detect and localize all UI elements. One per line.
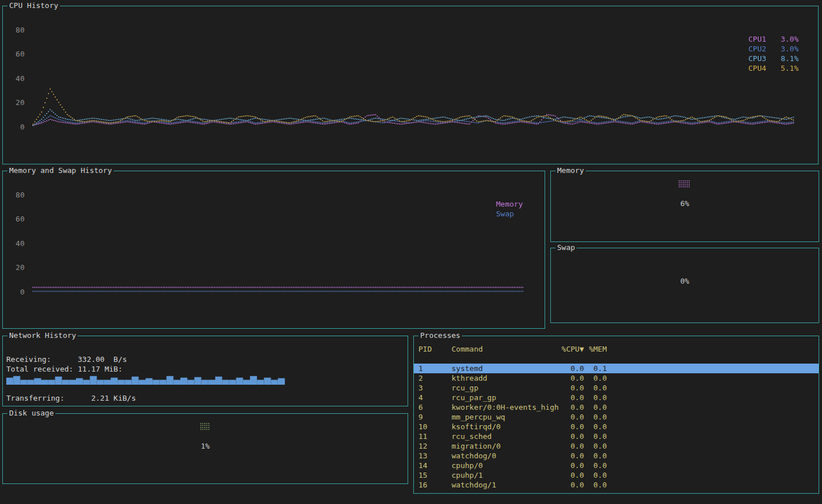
process-cell-pid: 11 [418,432,452,441]
process-table-header: PIDCommand%CPU▼%MEM [414,344,819,354]
processes-panel: Processes PIDCommand%CPU▼%MEM 1systemd0.… [413,336,819,494]
process-row[interactable]: 3rcu_gp0.00.0 [414,383,819,393]
process-cell-cmd: rcu_gp [452,383,559,393]
process-cell-cmd: rcu_par_gp [452,393,559,402]
process-row[interactable]: 10ksoftirqd/00.00.0 [414,422,819,432]
processes-title: Processes [418,331,462,340]
process-cell-cpu: 0.0 [559,393,584,402]
memory-swap-history-chart [33,193,523,294]
disk-usage-panel: Disk usage 1% [2,413,408,484]
process-row[interactable]: 12migration/00.00.0 [414,441,819,451]
process-cell-cmd: migration/0 [452,441,559,451]
process-cell-cpu: 0.0 [559,470,584,480]
process-cell-mem: 0.0 [584,393,607,402]
process-cell-mem: 0.0 [584,383,607,393]
process-row[interactable]: 15cpuhp/10.00.0 [414,470,819,480]
y-axis-tick: 40 [6,74,25,83]
process-cell-cmd: watchdog/0 [452,451,559,461]
process-cell-mem: 0.0 [584,461,607,470]
y-axis-tick: 60 [6,49,25,59]
process-cell-cmd: systemd [452,364,559,373]
process-row[interactable]: 9mm_percpu_wq0.00.0 [414,412,819,422]
process-cell-pid: 3 [418,383,452,393]
cpu-legend: CPU13.0%CPU23.0%CPU38.1%CPU45.1% [748,34,799,73]
memory-gauge-value: 6% [551,199,819,208]
process-row[interactable]: 16watchdog/10.00.0 [414,480,819,490]
memory-swap-history-panel: Memory and Swap History MemorySwap 80604… [2,171,545,329]
network-receive-chart [6,374,285,385]
process-cell-cmd: cpuhp/0 [452,461,559,470]
process-cell-cpu: 0.0 [559,422,584,432]
process-row[interactable]: 11rcu_sched0.00.0 [414,432,819,441]
y-axis-tick: 80 [6,25,25,35]
y-axis-tick: 60 [6,214,25,224]
cpu-legend-entry: CPU45.1% [748,63,799,73]
column-header-mem[interactable]: %MEM [584,344,607,354]
memory-swap-legend: MemorySwap [496,199,523,219]
process-cell-cpu: 0.0 [559,461,584,470]
process-cell-cpu: 0.0 [559,412,584,422]
memory-gauge-dots [679,180,691,188]
process-table-body: 1systemd0.00.12kthreadd0.00.03rcu_gp0.00… [414,364,819,490]
process-cell-mem: 0.1 [584,364,607,373]
cpu-legend-label: CPU3 [748,54,766,63]
cpu-history-title: CPU History [7,1,60,10]
process-cell-pid: 13 [418,451,452,461]
process-cell-pid: 14 [418,461,452,470]
process-cell-pid: 1 [418,364,452,373]
column-header-cmd[interactable]: Command [452,344,559,354]
process-row[interactable]: 2kthreadd0.00.0 [414,373,819,383]
y-axis-tick: 0 [6,122,25,132]
process-cell-cpu: 0.0 [559,364,584,373]
process-row[interactable]: 13watchdog/00.00.0 [414,451,819,461]
cpu-legend-value: 3.0% [781,34,799,44]
column-header-cpu[interactable]: %CPU▼ [559,344,584,354]
process-cell-pid: 9 [418,412,452,422]
memory-gauge-title: Memory [555,166,586,175]
column-header-pid[interactable]: PID [418,344,452,354]
network-total-received-label: Total received: 11.17 MiB: [6,364,123,374]
process-cell-pid: 4 [418,393,452,402]
process-cell-cmd: mm_percpu_wq [452,412,559,422]
disk-usage-value: 1% [3,441,408,451]
y-axis-tick: 80 [6,190,25,200]
cpu-legend-entry: CPU23.0% [748,44,799,54]
swap-gauge-value: 0% [551,276,819,286]
disk-usage-dots [200,423,211,431]
process-cell-cpu: 0.0 [559,373,584,383]
process-cell-pid: 6 [418,402,452,412]
memory-swap-history-title: Memory and Swap History [7,166,114,175]
process-cell-cmd: cpuhp/1 [452,470,559,480]
process-row[interactable]: 1systemd0.00.1 [414,364,819,373]
cpu-legend-label: CPU1 [748,34,766,44]
process-row[interactable]: 6kworker/0:0H-events_high0.00.0 [414,402,819,412]
process-cell-mem: 0.0 [584,432,607,441]
process-cell-cpu: 0.0 [559,432,584,441]
process-cell-mem: 0.0 [584,373,607,383]
cpu-legend-label: CPU4 [748,63,766,73]
process-cell-mem: 0.0 [584,480,607,490]
process-cell-mem: 0.0 [584,470,607,480]
cpu-legend-label: CPU2 [748,44,766,54]
process-cell-mem: 0.0 [584,441,607,451]
process-cell-pid: 12 [418,441,452,451]
y-axis-tick: 0 [6,287,25,297]
cpu-legend-entry: CPU38.1% [748,54,799,63]
process-cell-cmd: rcu_sched [452,432,559,441]
process-cell-cmd: kworker/0:0H-events_high [452,402,559,412]
network-receiving-label: Receiving: 332.00 B/s [6,354,127,364]
cpu-history-chart [33,29,795,129]
disk-usage-title: Disk usage [7,409,55,418]
process-cell-cpu: 0.0 [559,441,584,451]
process-row[interactable]: 14cpuhp/00.00.0 [414,461,819,470]
y-axis-tick: 20 [6,98,25,107]
process-cell-cmd: kthreadd [452,373,559,383]
cpu-history-panel: CPU History CPU13.0%CPU23.0%CPU38.1%CPU4… [2,6,819,164]
network-transferring-label: Transferring: 2.21 KiB/s [6,393,136,403]
cpu-legend-value: 3.0% [781,44,799,54]
process-cell-cpu: 0.0 [559,451,584,461]
process-row[interactable]: 4rcu_par_gp0.00.0 [414,393,819,402]
memory-gauge-panel: Memory 6% [550,171,819,242]
process-cell-cpu: 0.0 [559,480,584,490]
process-cell-mem: 0.0 [584,422,607,432]
